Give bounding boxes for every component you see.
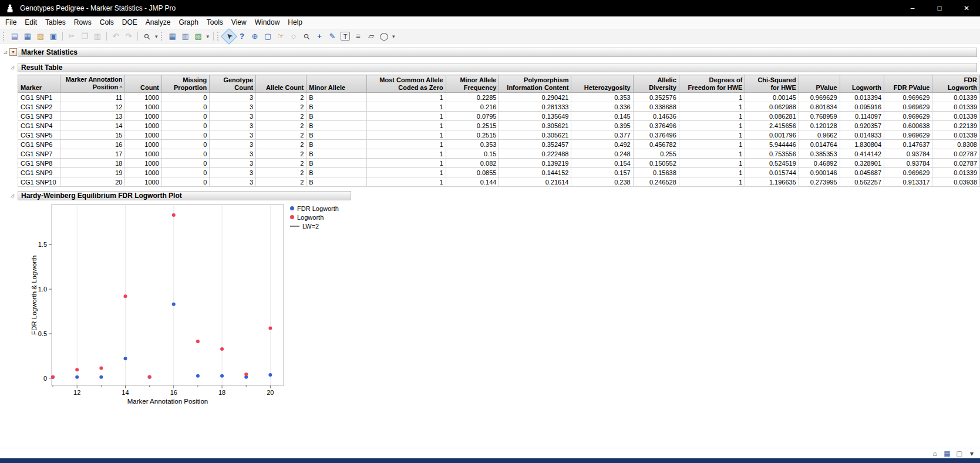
col-header-minor-allele[interactable]: Minor AlleleFrequency [446,75,499,93]
cell[interactable]: 0.001796 [745,130,799,140]
col-header-allelic[interactable]: AllelicDiversity [633,75,679,93]
cell[interactable]: 0.21614 [499,177,571,187]
cell[interactable]: 0.15 [446,149,499,159]
cell[interactable]: 0.013394 [840,93,884,102]
menu-tables[interactable]: Tables [41,16,70,29]
cell[interactable]: 0.969629 [884,168,932,177]
cell[interactable]: 16 [60,140,125,149]
cell[interactable]: 0.492 [571,140,633,149]
cell[interactable]: 0.045687 [840,168,884,177]
crosshair-tool-icon[interactable]: ⊕ [249,31,261,42]
result-table-disclosure-icon[interactable]: ⊿ [10,64,15,71]
legend-item-logworth[interactable]: Logworth [290,213,339,222]
fdr-logworth-point[interactable] [196,374,200,378]
cell[interactable]: 1000 [125,177,161,187]
cell[interactable]: 0.353 [446,140,499,149]
col-header-fdr-pvalue[interactable]: FDR PValue [884,75,932,93]
col-header-chi-squared[interactable]: Chi-Squaredfor HWE [745,75,799,93]
zoom-icon[interactable]: ⚲ [139,28,155,44]
logworth-point[interactable] [148,375,151,379]
cell[interactable]: 0.114097 [840,112,884,121]
cell[interactable]: 1 [366,140,446,149]
grabber-tool-icon[interactable]: ☞ [275,31,287,42]
col-header-minor-allele[interactable]: Minor Allele [307,75,366,93]
cell[interactable]: 1000 [125,102,161,112]
cell[interactable]: 0.753556 [745,149,799,159]
cell[interactable]: 1000 [125,168,161,177]
cell[interactable]: 0 [161,102,209,112]
cell[interactable]: 0.22139 [932,121,980,130]
cell[interactable]: B [307,140,366,149]
cell[interactable]: 17 [60,149,125,159]
cell[interactable]: B [307,93,366,102]
cell[interactable]: 0.01339 [932,102,980,112]
toolbar-dropdown-caret-icon[interactable]: ▾ [155,33,158,39]
logworth-point[interactable] [268,327,272,330]
cell[interactable]: 2 [256,121,307,130]
cell[interactable]: 0.062988 [745,102,799,112]
cell[interactable]: 2 [256,168,307,177]
window-grid-icon[interactable]: ▦ [942,449,952,458]
col-header-count[interactable]: Count [125,75,161,93]
menu-graph[interactable]: Graph [174,16,202,29]
cell[interactable]: 1 [679,168,745,177]
cell[interactable]: 2 [256,149,307,159]
cell[interactable]: 0.145 [571,112,633,121]
cell[interactable]: 1 [366,121,446,130]
cell[interactable]: 0 [161,130,209,140]
cell[interactable]: CG1 SNP4 [18,121,60,130]
cell[interactable]: 0.135649 [499,112,571,121]
cell[interactable]: 0.150552 [633,159,679,168]
menu-view[interactable]: View [227,16,251,29]
menu-window[interactable]: Window [251,16,284,29]
save-icon[interactable]: ▣ [48,31,59,42]
cell[interactable]: 14 [60,121,125,130]
cell[interactable]: 3 [210,93,256,102]
cell[interactable]: 0.01339 [932,130,980,140]
cell[interactable]: 0.238 [571,177,633,187]
new-data-table-icon[interactable]: ▦ [22,31,33,42]
cell[interactable]: 1000 [125,121,161,130]
cell[interactable]: 1 [679,121,745,130]
col-header-degrees-of[interactable]: Degrees ofFreedom for HWE [679,75,745,93]
cell[interactable]: 0.095916 [840,102,884,112]
cell[interactable]: CG1 SNP5 [18,130,60,140]
cell[interactable]: CG1 SNP3 [18,112,60,121]
cell[interactable]: 0.0855 [446,168,499,177]
cell[interactable]: 0.086281 [745,112,799,121]
cell[interactable]: 0 [161,112,209,121]
cell[interactable]: 0 [161,159,209,168]
cell[interactable]: 3 [210,168,256,177]
text-annotation-icon[interactable]: T [341,32,350,41]
cell[interactable]: 0.014764 [799,140,840,149]
logworth-point[interactable] [51,375,55,379]
cell[interactable]: 0.01339 [932,93,980,102]
cell[interactable]: 0.93784 [884,159,932,168]
cell[interactable]: 1 [679,130,745,140]
show-toolbars-icon[interactable]: ⌂ [930,449,939,458]
fdr-logworth-point[interactable] [220,374,224,378]
cell[interactable]: 0.524519 [745,159,799,168]
cell[interactable]: 0 [161,149,209,159]
fdr-logworth-point[interactable] [99,375,103,379]
cell[interactable]: 15 [60,130,125,140]
cell[interactable]: 0.01339 [932,168,980,177]
cell[interactable]: 0.376496 [633,121,679,130]
cell[interactable]: 19 [60,168,125,177]
new-journal-icon[interactable]: ▤ [9,31,21,42]
cell[interactable]: 0.920357 [840,121,884,130]
cell[interactable]: 0.01339 [932,112,980,121]
magnifier-tool-icon[interactable]: ⚲ [298,28,315,44]
cell[interactable]: 0.154 [571,159,633,168]
copy-table-icon[interactable]: ▥ [180,31,191,42]
menu-edit[interactable]: Edit [21,16,41,29]
logworth-point[interactable] [172,213,176,217]
cell[interactable]: 0.328901 [840,159,884,168]
cell[interactable]: 0.222488 [499,149,571,159]
cell[interactable]: 1 [679,177,745,187]
cell[interactable]: B [307,130,366,140]
line-annotation-icon[interactable]: ≡ [352,31,364,42]
cell[interactable]: B [307,112,366,121]
cell[interactable]: 0.969629 [884,130,932,140]
legend-item-fdr-logworth[interactable]: FDR Logworth [290,204,339,213]
